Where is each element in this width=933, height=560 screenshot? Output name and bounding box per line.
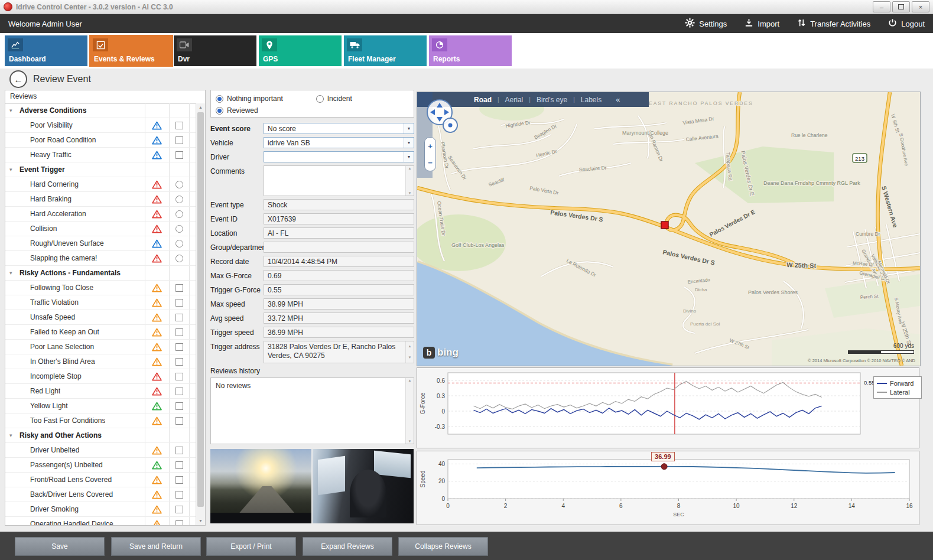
nothing-important-radio[interactable]	[216, 95, 223, 103]
place-label: Palos Verdes Shores	[748, 289, 798, 295]
review-item-row: Hard Acceleration	[5, 207, 196, 222]
review-group-row[interactable]: ▾Risky and Other Actions	[5, 428, 196, 443]
map-view-labels[interactable]: Labels	[581, 96, 602, 104]
event-score-field[interactable]: No score▾	[264, 123, 414, 134]
review-item-checkbox[interactable]	[169, 358, 189, 366]
review-item-radio[interactable]	[169, 181, 189, 188]
review-item-checkbox[interactable]	[169, 151, 189, 159]
tab-events[interactable]: Events & Reviews	[90, 35, 173, 66]
map-view-aerial[interactable]: Aerial	[505, 96, 524, 104]
front-camera-thumbnail[interactable]	[210, 449, 311, 523]
close-button[interactable]: ×	[912, 1, 929, 12]
review-item-radio[interactable]	[169, 210, 189, 218]
map-view-bird-s-eye[interactable]: Bird's eye	[537, 96, 567, 104]
zoom-in-icon[interactable]: +	[428, 142, 433, 151]
import-button[interactable]: Import	[745, 18, 779, 29]
expand-arrow-icon[interactable]: ▾	[9, 432, 12, 438]
review-item-checkbox[interactable]	[169, 122, 189, 129]
tab-reports[interactable]: Reports	[429, 35, 512, 66]
expand-arrow-icon[interactable]: ▾	[9, 270, 12, 276]
review-item-checkbox[interactable]	[169, 343, 189, 351]
cabin-camera-thumbnail[interactable]	[313, 449, 414, 523]
tab-fleet[interactable]: Fleet Manager	[344, 35, 427, 66]
review-group-row[interactable]: ▾Event Trigger	[5, 162, 196, 177]
review-item-checkbox[interactable]	[169, 476, 189, 484]
reviews-history-value: No reviews	[216, 382, 251, 390]
field-value: 0.69	[268, 272, 281, 280]
review-item-checkbox[interactable]	[169, 314, 189, 321]
review-item-checkbox[interactable]	[169, 506, 189, 513]
tab-dvr[interactable]: Dvr	[174, 35, 256, 66]
dropdown-caret-icon[interactable]: ▾	[404, 123, 414, 134]
dropdown-caret-icon[interactable]: ▾	[404, 138, 414, 148]
review-item-radio[interactable]	[169, 240, 189, 248]
tab-gps[interactable]: GPS	[259, 35, 342, 66]
history-scrollbar[interactable]	[405, 378, 414, 444]
minimize-button[interactable]: –	[873, 1, 890, 12]
collapse-map-bar-button[interactable]: «	[616, 95, 620, 104]
collapse-reviews-button[interactable]: Collapse Reviews	[398, 537, 488, 556]
review-item-label: Heavy Traffic	[5, 151, 71, 159]
map-view-road[interactable]: Road	[474, 96, 492, 104]
scrollbar-thumb[interactable]	[197, 112, 204, 507]
review-item-checkbox[interactable]	[169, 373, 189, 380]
settings-button[interactable]: Settings	[685, 18, 727, 30]
review-item-checkbox[interactable]	[169, 284, 189, 292]
review-item-checkbox[interactable]	[169, 447, 189, 454]
review-group-row[interactable]: ▾Adverse Conditions	[5, 103, 196, 118]
tab-label: Fleet Manager	[348, 55, 396, 63]
event-location-marker[interactable]	[661, 222, 668, 229]
back-button[interactable]: ←	[9, 70, 27, 88]
expand-arrow-icon[interactable]: ▾	[9, 108, 12, 113]
review-item-radio[interactable]	[169, 225, 189, 233]
save-button[interactable]: Save	[15, 537, 105, 556]
speed-xtick: 14	[849, 503, 856, 509]
trigger-address-field[interactable]: 31828 Palos Verdes Dr E, Rancho Palos Ve…	[264, 341, 414, 363]
driver-field[interactable]: ▾	[264, 151, 414, 162]
warning-success-icon	[145, 461, 168, 470]
review-item-checkbox[interactable]	[169, 136, 189, 144]
review-item-checkbox[interactable]	[169, 461, 189, 469]
review-item-checkbox[interactable]	[169, 388, 189, 395]
review-item-radio[interactable]	[169, 255, 189, 262]
map-canvas[interactable]: 213 Palos Verdes Dr SPalos Verdes Dr SPa…	[417, 92, 920, 366]
export-print-button[interactable]: Export / Print	[206, 537, 296, 556]
review-item-checkbox[interactable]	[169, 328, 189, 336]
map-zoom-control[interactable]: + −	[424, 137, 436, 171]
review-group-row[interactable]: ▾Risky Actions - Fundamentals	[5, 266, 196, 281]
expand-arrow-icon[interactable]: ▾	[9, 167, 12, 172]
vehicle-field[interactable]: idrive Van SB▾	[264, 137, 414, 148]
comments-field[interactable]	[264, 165, 414, 196]
field-scrollbar[interactable]	[405, 341, 414, 363]
logout-button[interactable]: Logout	[888, 18, 925, 29]
review-item-checkbox[interactable]	[169, 402, 189, 410]
gforce-chart: -0.300.30.6G-Force0.55 Forward Lateral	[417, 367, 919, 448]
reviewed-radio[interactable]	[216, 107, 223, 115]
place-label: Dicha	[695, 287, 707, 292]
review-item-checkbox[interactable]	[169, 417, 189, 425]
scroll-down-icon[interactable]: ▼	[196, 517, 205, 525]
field-scrollbar[interactable]	[405, 166, 414, 196]
transfer-arrows-icon	[797, 18, 806, 29]
zoom-out-icon[interactable]: −	[428, 158, 433, 167]
review-item-checkbox[interactable]	[169, 491, 189, 499]
scroll-up-icon[interactable]: ▲	[196, 103, 205, 112]
incident-radio[interactable]	[316, 95, 324, 103]
review-item-row: Incomplete Stop	[5, 369, 196, 384]
review-item-row: Back/Driver Lens Covered	[5, 487, 196, 502]
review-item-checkbox[interactable]	[169, 520, 189, 526]
tab-dashboard[interactable]: Dashboard	[5, 35, 87, 66]
save-and-return-button[interactable]: Save and Return	[111, 537, 201, 556]
dropdown-caret-icon[interactable]: ▾	[404, 152, 414, 162]
expand-reviews-button[interactable]: Expand Reviews	[303, 537, 392, 556]
reviews-scrollbar[interactable]: ▲ ▼	[196, 103, 205, 525]
dashboard-tab-icon	[8, 38, 23, 51]
review-item-checkbox[interactable]	[169, 299, 189, 307]
place-label: Marymount College	[622, 130, 668, 136]
map-panel[interactable]: 213 Palos Verdes Dr SPalos Verdes Dr SPa…	[417, 92, 921, 366]
maximize-button[interactable]	[892, 1, 910, 12]
transfer-activities-button[interactable]: Transfer Activities	[797, 18, 870, 29]
review-item-radio[interactable]	[169, 196, 189, 203]
map-pan-control[interactable]	[423, 98, 461, 138]
review-item-label: Operating Handled Device	[5, 520, 113, 525]
